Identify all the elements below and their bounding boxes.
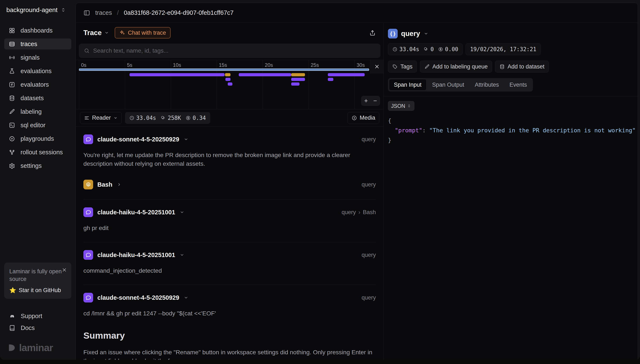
breadcrumb-traces[interactable]: traces bbox=[95, 9, 112, 16]
zoom-out-button[interactable]: − bbox=[371, 96, 380, 106]
tab-events[interactable]: Events bbox=[505, 79, 532, 90]
chevron-down-icon bbox=[113, 116, 118, 120]
grid-icon bbox=[9, 28, 15, 34]
laminar-logo: laminar bbox=[7, 342, 76, 354]
tab-span-output[interactable]: Span Output bbox=[427, 79, 469, 90]
timeline-span-bar[interactable] bbox=[291, 82, 299, 86]
sidebar-item-datasets[interactable]: datasets bbox=[4, 92, 71, 104]
add-to-dataset-button[interactable]: Add to dataset bbox=[495, 61, 549, 72]
message-header[interactable]: claude-sonnet-4-5-20250929query bbox=[83, 292, 376, 303]
chevron-right-icon[interactable] bbox=[117, 182, 122, 187]
message-header[interactable]: Bashquery bbox=[83, 180, 376, 190]
timeline-close-button[interactable] bbox=[370, 60, 383, 73]
timeline-span-bar[interactable] bbox=[225, 73, 231, 76]
panel-left-icon[interactable] bbox=[83, 10, 90, 16]
media-label: Media bbox=[360, 114, 375, 121]
timeline-span-bar[interactable] bbox=[239, 73, 291, 76]
reader-mode-dropdown[interactable]: Reader bbox=[80, 112, 122, 124]
add-to-labeling-queue-button[interactable]: Add to labeling queue bbox=[420, 61, 492, 72]
trace-view-label: Trace bbox=[83, 29, 102, 37]
chevron-down-icon[interactable] bbox=[179, 210, 184, 215]
sidebar-item-sql-editor[interactable]: sql editor bbox=[4, 120, 71, 131]
span-input-json[interactable]: { "prompt": "The link you provided in th… bbox=[388, 116, 633, 145]
timeline-span-bar[interactable] bbox=[129, 73, 225, 76]
sidebar-item-labeling[interactable]: labeling bbox=[4, 106, 71, 117]
action-label: Add to labeling queue bbox=[432, 64, 488, 70]
gear-icon bbox=[9, 163, 15, 169]
banner-title: Laminar is fully open source bbox=[9, 268, 62, 283]
sidebar-item-label: signals bbox=[21, 54, 40, 61]
action-label: Tags bbox=[400, 64, 412, 70]
book-icon bbox=[9, 325, 15, 331]
sidebar-item-evaluators[interactable]: evaluators bbox=[4, 79, 71, 90]
sidebar-item-dashboards[interactable]: dashboards bbox=[4, 25, 71, 36]
sidebar-footer-label: Support bbox=[21, 313, 42, 320]
tab-attributes[interactable]: Attributes bbox=[470, 79, 504, 90]
message-body: gh pr edit bbox=[83, 224, 365, 232]
list-icon bbox=[84, 115, 90, 121]
tab-span-input[interactable]: Span Input bbox=[389, 79, 426, 90]
discord-icon bbox=[9, 313, 15, 319]
clock-icon bbox=[392, 47, 397, 52]
timeline-tick-label: 10s bbox=[173, 62, 181, 68]
sidebar: background-agent dashboardstracessignals… bbox=[0, 0, 76, 360]
timeline-span-bar[interactable] bbox=[228, 82, 232, 86]
timeline-span-bar[interactable] bbox=[226, 78, 231, 81]
trace-view-dropdown[interactable]: Trace bbox=[83, 29, 109, 37]
message-header[interactable]: claude-sonnet-4-5-20250929query bbox=[83, 134, 376, 144]
timeline-span-bar[interactable] bbox=[79, 68, 369, 71]
json-key: "prompt" bbox=[395, 127, 422, 134]
fork-icon bbox=[9, 149, 15, 155]
span-actions-row: TagsAdd to labeling queueAdd to dataset bbox=[388, 61, 633, 72]
chat-bubble-glyph bbox=[86, 295, 91, 300]
span-timeline[interactable]: + − 0s5s10s15s20s25s30s bbox=[76, 60, 383, 109]
timeline-span-bar[interactable] bbox=[328, 73, 365, 76]
message-header[interactable]: claude-haiku-4-5-20251001query bbox=[83, 250, 376, 260]
timeline-zoom-controls: + − bbox=[361, 96, 380, 106]
divider bbox=[384, 96, 638, 96]
chevron-down-icon[interactable] bbox=[183, 295, 188, 300]
media-button[interactable]: Media bbox=[347, 112, 379, 124]
star-on-github-link[interactable]: ⭐ Star it on GitHub bbox=[9, 287, 66, 294]
breadcrumb-trace-id: 0a831f68-2672-e094-d907-0feb1cff67c7 bbox=[124, 9, 234, 16]
search-input[interactable] bbox=[93, 47, 375, 54]
span-name-label: claude-sonnet-4-5-20250929 bbox=[97, 136, 179, 143]
timeline-span-bar[interactable] bbox=[291, 73, 305, 76]
chat-bubble-icon bbox=[83, 207, 93, 217]
sidebar-item-settings[interactable]: settings bbox=[4, 160, 71, 171]
span-meta-row: 33.04s 0 0.00 19/02/2026, 17:32:21 bbox=[388, 43, 633, 55]
sidebar-item-evaluations[interactable]: evaluations bbox=[4, 66, 71, 76]
share-icon[interactable] bbox=[369, 30, 376, 36]
message-header[interactable]: claude-haiku-4-5-20251001query›Bash bbox=[83, 207, 376, 217]
sidebar-footer-docs[interactable]: Docs bbox=[4, 322, 71, 333]
sidebar-footer-support[interactable]: Support bbox=[4, 310, 71, 322]
chat-bubble-icon bbox=[83, 250, 93, 260]
zoom-in-button[interactable]: + bbox=[361, 96, 371, 106]
timeline-span-bar[interactable] bbox=[291, 78, 305, 81]
search-bar bbox=[79, 44, 380, 58]
chat-bubble-glyph bbox=[86, 252, 91, 258]
span-path: query bbox=[361, 181, 376, 188]
sidebar-nav: dashboardstracessignalsevaluationsevalua… bbox=[0, 25, 76, 174]
sidebar-item-signals[interactable]: signals bbox=[4, 52, 71, 63]
chat-with-trace-button[interactable]: Chat with trace bbox=[115, 27, 171, 38]
chevron-down-icon[interactable] bbox=[183, 137, 188, 142]
span-name-label: claude-sonnet-4-5-20250929 bbox=[97, 294, 179, 301]
sidebar-item-rollout-sessions[interactable]: rollout sessions bbox=[4, 147, 71, 158]
timeline-tick-label: 25s bbox=[311, 62, 319, 68]
workspace-switcher[interactable]: background-agent bbox=[6, 6, 69, 14]
tags-button[interactable]: Tags bbox=[388, 61, 417, 72]
clock-icon bbox=[129, 116, 134, 120]
chevron-down-icon[interactable] bbox=[179, 252, 184, 258]
sidebar-item-label: sql editor bbox=[21, 122, 46, 129]
timeline-gridline bbox=[263, 60, 263, 109]
chevron-down-icon[interactable] bbox=[423, 31, 429, 36]
sidebar-item-traces[interactable]: traces bbox=[4, 38, 71, 50]
breadcrumb: traces / 0a831f68-2672-e094-d907-0feb1cf… bbox=[76, 3, 638, 23]
sidebar-item-playgrounds[interactable]: playgrounds bbox=[4, 133, 71, 144]
format-selector[interactable]: JSON bbox=[388, 101, 414, 111]
span-tokens-stat: 0 bbox=[423, 46, 434, 52]
message-list[interactable]: claude-sonnet-4-5-20250929queryYou're ri… bbox=[76, 126, 383, 360]
timeline-span-bar[interactable] bbox=[328, 78, 333, 81]
close-icon[interactable] bbox=[62, 267, 67, 273]
